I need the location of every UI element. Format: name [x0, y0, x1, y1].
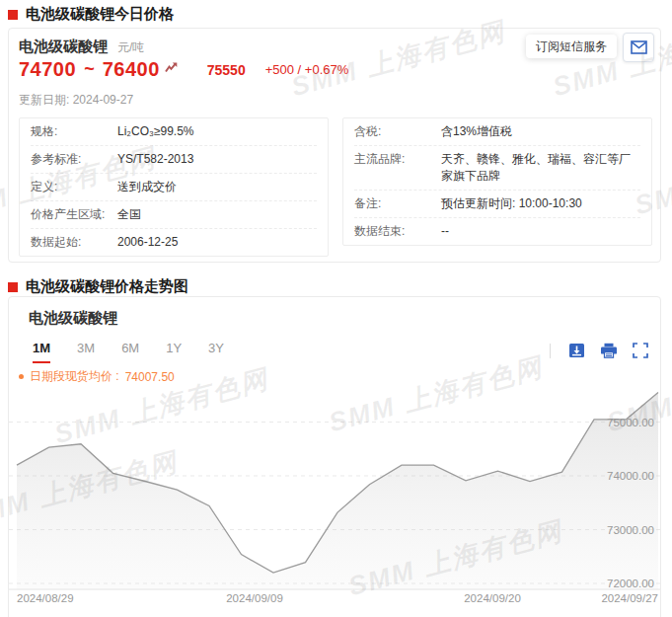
section-header-today-price: 电池级碳酸锂今日价格	[8, 5, 174, 24]
trend-chart-card: 电池级碳酸锂 1M 3M 6M 1Y 3Y	[8, 296, 661, 617]
row-value: 全国	[117, 206, 317, 223]
svg-text:2024/09/27: 2024/09/27	[601, 592, 658, 604]
spec-table: 规格: Li₂CO₃≥99.5% 参考标准: YS/T582-2013 定义: …	[19, 117, 329, 257]
update-date-label: 更新日期:	[19, 93, 69, 107]
price-card: 电池级碳酸锂 元/吨 订阅短信服务 74700 ~ 76400 75550 +5…	[8, 28, 661, 263]
svg-text:73000.00: 73000.00	[607, 524, 654, 536]
row-label: 备注:	[354, 195, 441, 212]
row-value: 含13%增值税	[441, 123, 640, 140]
tab-3y[interactable]: 3Y	[208, 341, 224, 363]
tab-3m[interactable]: 3M	[77, 341, 95, 363]
row-value: 送到成交价	[117, 179, 317, 195]
toolbar-divider	[550, 344, 551, 358]
svg-text:72000.00: 72000.00	[607, 578, 654, 589]
section-title: 电池级碳酸锂价格走势图	[26, 277, 188, 296]
price-change: +500 / +0.67%	[265, 62, 349, 77]
detail-tables: 规格: Li₂CO₃≥99.5% 参考标准: YS/T582-2013 定义: …	[19, 117, 652, 257]
price-row: 74700 ~ 76400 75550 +500 / +0.67%	[19, 58, 348, 81]
row-value: 预估更新时间: 10:00-10:30	[441, 195, 640, 212]
legend-label: 日期段现货均价 :	[30, 368, 119, 385]
info-table: 含税: 含13%增值税 主流品牌: 天齐、赣锋、雅化、瑞福、容汇等厂家旗下品牌 …	[342, 117, 652, 246]
price-trend-chart[interactable]: 75000.0074000.0073000.0072000.00 2024/08…	[9, 384, 660, 613]
row-value: Li₂CO₃≥99.5%	[117, 123, 317, 140]
tab-1y[interactable]: 1Y	[166, 341, 182, 363]
subscribe-sms-button[interactable]: 订阅短信服务	[526, 35, 617, 58]
table-row: 含税: 含13%增值税	[354, 118, 640, 146]
table-row: 规格: Li₂CO₃≥99.5%	[31, 118, 317, 146]
table-row: 数据起始: 2006-12-25	[31, 229, 317, 256]
price-average: 75550	[207, 62, 246, 78]
svg-text:74000.00: 74000.00	[607, 470, 654, 482]
svg-text:75000.00: 75000.00	[607, 417, 654, 428]
legend-dot-icon	[19, 374, 24, 379]
update-date-row: 更新日期: 2024-09-27	[19, 92, 133, 109]
red-square-bullet-icon	[8, 282, 18, 292]
table-row: 备注: 预估更新时间: 10:00-10:30	[354, 191, 640, 218]
tab-6m[interactable]: 6M	[121, 341, 139, 363]
row-label: 规格:	[31, 123, 117, 140]
row-value: --	[441, 223, 640, 240]
save-image-icon[interactable]	[568, 343, 585, 358]
tab-1m[interactable]: 1M	[33, 341, 50, 363]
table-row: 主流品牌: 天齐、赣锋、雅化、瑞福、容汇等厂家旗下品牌	[354, 146, 640, 191]
row-label: 数据结束:	[354, 223, 441, 240]
svg-text:2024/09/20: 2024/09/20	[464, 592, 521, 604]
row-label: 含税:	[354, 123, 441, 140]
chart-legend[interactable]: 日期段现货均价 : 74007.50	[19, 368, 175, 385]
row-label: 数据起始:	[31, 234, 117, 251]
table-row: 数据结束: --	[354, 218, 640, 245]
chart-toolbar	[550, 343, 648, 358]
fullscreen-icon[interactable]	[633, 343, 648, 358]
price-range-high: 76400	[103, 58, 160, 81]
row-label: 参考标准:	[31, 151, 117, 168]
price-up-arrow-icon	[165, 62, 178, 73]
table-row: 参考标准: YS/T582-2013	[31, 146, 317, 174]
price-card-title-row: 电池级碳酸锂 元/吨	[19, 38, 144, 56]
price-range-low: 74700	[19, 58, 76, 81]
table-row: 价格产生区域: 全国	[31, 201, 317, 229]
red-square-bullet-icon	[8, 10, 18, 20]
section-header-trend-chart: 电池级碳酸锂价格走势图	[8, 277, 188, 296]
print-icon[interactable]	[600, 343, 618, 358]
x-axis-labels: 2024/08/292024/09/092024/09/202024/09/27	[17, 592, 658, 604]
product-name: 电池级碳酸锂	[19, 38, 108, 56]
row-value: YS/T582-2013	[117, 151, 317, 168]
svg-text:2024/09/09: 2024/09/09	[226, 592, 283, 604]
row-label: 定义:	[31, 179, 117, 195]
price-range-tilde: ~	[84, 59, 95, 80]
row-value: 天齐、赣锋、雅化、瑞福、容汇等厂家旗下品牌	[441, 151, 640, 185]
mail-subscribe-button[interactable]	[623, 33, 654, 62]
row-label: 主流品牌:	[354, 151, 441, 185]
section-title: 电池级碳酸锂今日价格	[26, 5, 174, 24]
envelope-icon	[631, 40, 647, 54]
row-value: 2006-12-25	[117, 234, 317, 251]
update-date-value: 2024-09-27	[73, 93, 133, 107]
chart-product-name: 电池级碳酸锂	[29, 309, 117, 328]
price-unit: 元/吨	[117, 39, 144, 56]
table-row: 定义: 送到成交价	[31, 174, 317, 201]
period-tabs: 1M 3M 6M 1Y 3Y	[33, 341, 224, 363]
legend-value: 74007.50	[125, 370, 175, 384]
svg-text:2024/08/29: 2024/08/29	[17, 592, 74, 604]
row-label: 价格产生区域:	[31, 206, 117, 223]
